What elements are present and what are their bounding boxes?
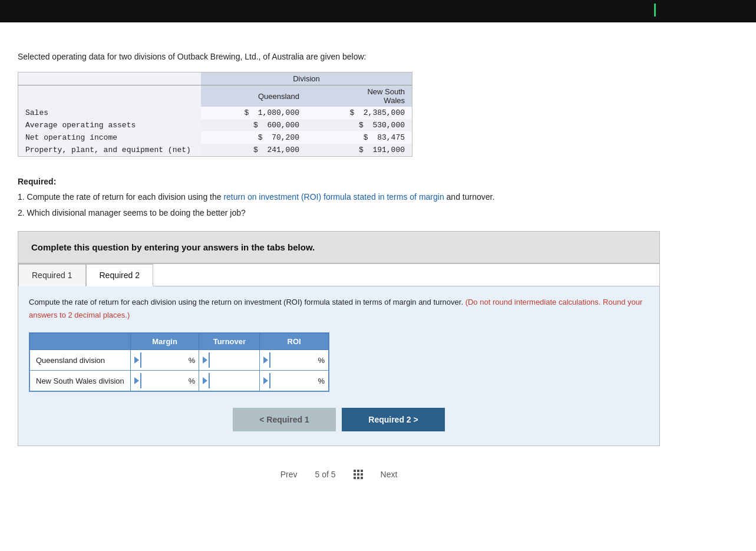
margin-input-1[interactable] xyxy=(140,373,187,388)
tab-required1[interactable]: Required 1 xyxy=(18,264,86,286)
answer-row-label-1: New South Wales division xyxy=(30,371,131,391)
table-cell-label: Net operating income xyxy=(18,131,201,144)
table-cell-nsw: $ 2,385,000 xyxy=(306,107,412,119)
tab-instruction: Compute the rate of return for each divi… xyxy=(29,296,649,322)
table-header-empty xyxy=(18,72,201,85)
complete-box: Complete this question by entering your … xyxy=(18,231,660,263)
roi-link: return on investment (ROI) formula state… xyxy=(223,192,444,202)
turnover-arrow-0 xyxy=(203,357,207,364)
table-col-nsw: New SouthWales xyxy=(306,85,412,107)
division-header: Division xyxy=(201,72,412,85)
answer-margin-cell-0[interactable]: % xyxy=(130,350,199,371)
required-item1: 1. Compute the rate of return for each d… xyxy=(18,190,660,203)
bottom-next-link[interactable]: Next xyxy=(381,470,398,479)
table-cell-qld: $ 600,000 xyxy=(201,119,306,131)
roi-pct-0: % xyxy=(316,356,325,365)
tabs-container: Required 1 Required 2 Compute the rate o… xyxy=(18,263,660,446)
table-cell-qld: $ 70,200 xyxy=(201,131,306,144)
table-cell-label: Property, plant, and equipment (net) xyxy=(18,144,201,156)
table-cell-label: Average operating assets xyxy=(18,119,201,131)
data-table: Division Queensland New SouthWales Sales… xyxy=(18,72,412,156)
margin-arrow-1 xyxy=(134,377,139,384)
required-section: Required: 1. Compute the rate of return … xyxy=(18,175,660,219)
margin-input-0[interactable] xyxy=(140,352,187,368)
bottom-prev-link[interactable]: Prev xyxy=(280,470,298,479)
turnover-arrow-1 xyxy=(203,377,207,384)
answer-col-margin: Margin xyxy=(130,334,199,350)
answer-table-wrapper: Margin Turnover ROI Queensland division … xyxy=(29,332,329,392)
margin-pct-0: % xyxy=(187,356,196,365)
data-table-wrapper: Division Queensland New SouthWales Sales… xyxy=(18,72,412,157)
bottom-nav: Prev 5 of 5 Next xyxy=(18,470,660,491)
table-cell-qld: $ 241,000 xyxy=(201,144,306,156)
tab-content-required1: Compute the rate of return for each divi… xyxy=(18,286,659,446)
required-item2: 2. Which divisional manager seems to be … xyxy=(18,206,660,219)
roi-input-1[interactable] xyxy=(269,373,316,388)
answer-margin-cell-1[interactable]: % xyxy=(130,371,199,391)
table-cell-nsw: $ 83,475 xyxy=(306,131,412,144)
roi-pct-1: % xyxy=(316,377,325,385)
turnover-input-0[interactable] xyxy=(209,352,256,368)
nav-buttons: < Required 1 Required 2 > xyxy=(29,408,649,431)
table-cell-label: Sales xyxy=(18,107,201,119)
table-col-label-empty xyxy=(18,85,201,107)
top-bar xyxy=(0,0,756,22)
roi-input-0[interactable] xyxy=(269,352,316,368)
answer-roi-cell-0[interactable]: % xyxy=(260,350,329,371)
turnover-input-1[interactable] xyxy=(209,373,256,388)
roi-arrow-0 xyxy=(263,357,268,364)
answer-col-turnover: Turnover xyxy=(199,334,260,350)
page-info: 5 of 5 xyxy=(315,470,335,479)
prev-button[interactable]: < Required 1 xyxy=(233,408,336,431)
tab-required2[interactable]: Required 2 xyxy=(86,264,154,286)
table-cell-nsw: $ 191,000 xyxy=(306,144,412,156)
answer-table: Margin Turnover ROI Queensland division … xyxy=(29,333,329,391)
table-row: Property, plant, and equipment (net) $ 2… xyxy=(18,144,412,156)
answer-table-row: New South Wales division % % xyxy=(30,371,329,391)
table-row: Average operating assets $ 600,000 $ 530… xyxy=(18,119,412,131)
answer-turnover-cell-1[interactable] xyxy=(199,371,260,391)
roi-arrow-1 xyxy=(263,377,268,384)
tabs-row: Required 1 Required 2 xyxy=(18,264,659,286)
complete-box-text: Complete this question by entering your … xyxy=(31,242,315,252)
margin-arrow-0 xyxy=(134,357,139,364)
status-indicator xyxy=(654,4,656,17)
table-cell-qld: $ 1,080,000 xyxy=(201,107,306,119)
next-button[interactable]: Required 2 > xyxy=(342,408,445,431)
table-cell-nsw: $ 530,000 xyxy=(306,119,412,131)
table-row: Net operating income $ 70,200 $ 83,475 xyxy=(18,131,412,144)
answer-roi-cell-1[interactable]: % xyxy=(260,371,329,391)
required-header: Required: xyxy=(18,177,56,186)
table-row: Sales $ 1,080,000 $ 2,385,000 xyxy=(18,107,412,119)
answer-col-roi: ROI xyxy=(260,334,329,350)
answer-turnover-cell-0[interactable] xyxy=(199,350,260,371)
answer-table-row: Queensland division % % xyxy=(30,350,329,371)
grid-icon xyxy=(354,470,363,479)
intro-text: Selected operating data for two division… xyxy=(18,52,660,61)
margin-pct-1: % xyxy=(187,377,196,385)
answer-row-label-0: Queensland division xyxy=(30,350,131,371)
answer-col-empty xyxy=(30,334,131,350)
table-col-queensland: Queensland xyxy=(201,85,306,107)
